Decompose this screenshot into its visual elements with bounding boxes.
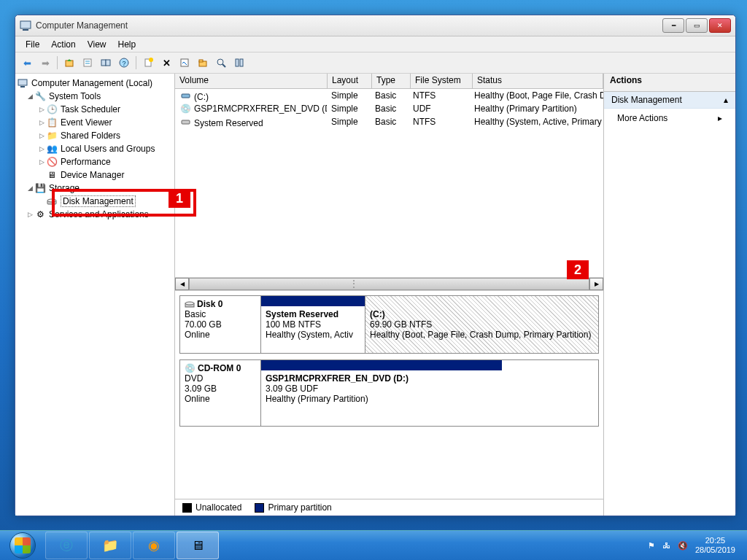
menu-help[interactable]: Help xyxy=(112,38,142,51)
col-layout[interactable]: Layout xyxy=(328,74,372,88)
col-type[interactable]: Type xyxy=(372,74,411,88)
tree-event-viewer[interactable]: ▷📋Event Viewer xyxy=(15,116,174,129)
tree-label: Task Scheduler xyxy=(61,104,120,114)
h-scrollbar[interactable]: ◀ ▶ 2 xyxy=(175,277,603,291)
tree-storage[interactable]: ◢💾Storage xyxy=(15,182,174,195)
properties-button[interactable] xyxy=(79,54,96,71)
expand-icon[interactable]: ▷ xyxy=(37,158,46,166)
col-volume[interactable]: Volume xyxy=(175,74,328,88)
minimize-button[interactable]: ━ xyxy=(662,18,684,33)
system-tray[interactable]: ⚑ 🖧 🔇 20:25 28/05/2019 xyxy=(648,536,744,554)
disk-header[interactable]: Disk 0 Basic 70.00 GB Online xyxy=(180,296,261,353)
svg-line-16 xyxy=(222,64,225,67)
task-ie[interactable]: ⓔ xyxy=(45,532,88,559)
volume-list[interactable]: (C:) Simple Basic NTFS Healthy (Boot, Pa… xyxy=(175,89,603,277)
task-explorer[interactable]: 📁 xyxy=(89,532,131,559)
task-media[interactable]: ◉ xyxy=(133,532,175,559)
maximize-button[interactable]: ▭ xyxy=(686,18,708,33)
menu-file[interactable]: File xyxy=(20,38,45,51)
col-status[interactable]: Status xyxy=(473,74,603,88)
tree-system-tools[interactable]: ◢ 🔧 System Tools xyxy=(15,90,174,103)
back-button[interactable]: ⬅ xyxy=(18,54,36,71)
vol-layout: Simple xyxy=(327,90,371,101)
menu-action[interactable]: Action xyxy=(45,38,81,51)
tree-performance[interactable]: ▷🚫Performance xyxy=(15,155,174,168)
expand-icon[interactable]: ▷ xyxy=(37,132,46,139)
tree-root[interactable]: Computer Management (Local) xyxy=(15,77,174,90)
task-compmgmt[interactable]: 🖥 xyxy=(177,532,219,559)
clock[interactable]: 20:25 28/05/2019 xyxy=(695,536,735,554)
vol-fs: NTFS xyxy=(409,90,470,101)
svg-rect-2 xyxy=(66,61,73,66)
network-icon[interactable]: 🖧 xyxy=(662,541,670,550)
part-name: (C:) xyxy=(370,309,594,319)
volume-icon[interactable]: 🔇 xyxy=(678,541,688,551)
taskbar[interactable]: ⓔ 📁 ◉ 🖥 ⚑ 🖧 🔇 20:25 28/05/2019 xyxy=(0,530,747,560)
volume-header[interactable]: Volume Layout Type File System Status xyxy=(175,74,603,89)
delete-button[interactable]: ✕ xyxy=(158,54,175,71)
tree-shared-folders[interactable]: ▷📁Shared Folders xyxy=(15,129,174,142)
partition-c[interactable]: (C:) 69.90 GB NTFS Healthy (Boot, Page F… xyxy=(365,296,598,353)
expand-icon[interactable]: ▷ xyxy=(26,211,34,218)
flag-icon[interactable]: ⚑ xyxy=(648,541,655,551)
storage-icon: 💾 xyxy=(34,182,46,194)
disk-header[interactable]: 💿CD-ROM 0 DVD 3.09 GB Online xyxy=(180,360,261,426)
time: 20:25 xyxy=(695,536,735,545)
disk-type: Basic xyxy=(185,309,256,319)
help-button[interactable]: ? xyxy=(115,54,133,71)
disk-row[interactable]: Disk 0 Basic 70.00 GB Online System Rese… xyxy=(179,295,599,354)
services-icon: ⚙ xyxy=(34,209,46,220)
toolbar: ⬅ ➡ ? ✕ xyxy=(15,52,735,74)
actions-panel: Actions Disk Management ▴ More Actions ▸ xyxy=(604,74,735,516)
action-more[interactable]: More Actions ▸ xyxy=(604,109,735,128)
forward-button[interactable]: ➡ xyxy=(36,54,54,71)
volume-row[interactable]: System Reserved Simple Basic NTFS Health… xyxy=(175,115,603,128)
up-button[interactable] xyxy=(61,54,78,71)
refresh-button[interactable] xyxy=(97,54,115,71)
menu-view[interactable]: View xyxy=(82,38,112,51)
tree-task-scheduler[interactable]: ▷🕒Task Scheduler xyxy=(15,103,174,116)
props2-button[interactable] xyxy=(176,54,193,71)
part-status: Healthy (Boot, Page File, Crash Dump, Pr… xyxy=(370,330,594,340)
users-icon: 👥 xyxy=(46,143,58,155)
chevron-up-icon: ▴ xyxy=(724,95,728,105)
expand-icon[interactable]: ▷ xyxy=(37,145,46,152)
start-button[interactable] xyxy=(3,532,42,559)
vol-name: System Reserved xyxy=(194,118,263,128)
dvd-icon: 💿 xyxy=(179,103,191,114)
find-button[interactable] xyxy=(212,54,230,71)
expand-icon[interactable]: ▷ xyxy=(37,106,46,113)
scroll-thumb[interactable] xyxy=(189,278,589,290)
tree-services-apps[interactable]: ▷⚙Services and Applications xyxy=(15,208,174,221)
cdrom-row[interactable]: 💿CD-ROM 0 DVD 3.09 GB Online GSP1RMCPRXF… xyxy=(179,359,599,427)
device-icon: 🖥 xyxy=(46,169,58,181)
tree-local-users[interactable]: ▷👥Local Users and Groups xyxy=(15,142,174,155)
volume-row[interactable]: (C:) Simple Basic NTFS Healthy (Boot, Pa… xyxy=(175,89,603,102)
expand-icon[interactable]: ▷ xyxy=(37,119,46,126)
windows-orb-icon xyxy=(9,532,36,559)
vol-fs: NTFS xyxy=(409,116,470,128)
tree-root-label: Computer Management (Local) xyxy=(31,78,152,88)
list-button[interactable] xyxy=(231,54,248,71)
new-button[interactable] xyxy=(139,54,157,71)
svg-rect-20 xyxy=(20,86,25,88)
collapse-icon[interactable]: ◢ xyxy=(26,184,34,192)
collapse-icon[interactable]: ◢ xyxy=(26,93,34,100)
scroll-right-button[interactable]: ▶ xyxy=(589,278,603,290)
nav-tree[interactable]: Computer Management (Local) ◢ 🔧 System T… xyxy=(15,74,175,516)
actions-section[interactable]: Disk Management ▴ xyxy=(604,92,735,109)
tree-device-manager[interactable]: 🖥Device Manager xyxy=(15,168,174,182)
folder-button[interactable] xyxy=(194,54,212,71)
vol-type: Basic xyxy=(371,103,409,114)
svg-rect-23 xyxy=(182,94,190,98)
close-button[interactable]: ✕ xyxy=(709,18,731,33)
titlebar[interactable]: Computer Management ━ ▭ ✕ xyxy=(15,15,735,36)
volume-row[interactable]: 💿GSP1RMCPRXFRER_EN_DVD (D:) Simple Basic… xyxy=(175,102,603,115)
col-fs[interactable]: File System xyxy=(411,74,473,88)
scroll-left-button[interactable]: ◀ xyxy=(175,278,189,290)
tree-disk-management[interactable]: Disk Management xyxy=(15,195,174,208)
partition-dvd[interactable]: GSP1RMCPRXFRER_EN_DVD (D:) 3.09 GB UDF H… xyxy=(261,360,502,426)
svg-point-15 xyxy=(217,59,223,65)
center-panel: Volume Layout Type File System Status (C… xyxy=(175,74,604,516)
partition-system-reserved[interactable]: System Reserved 100 MB NTFS Healthy (Sys… xyxy=(261,296,365,353)
